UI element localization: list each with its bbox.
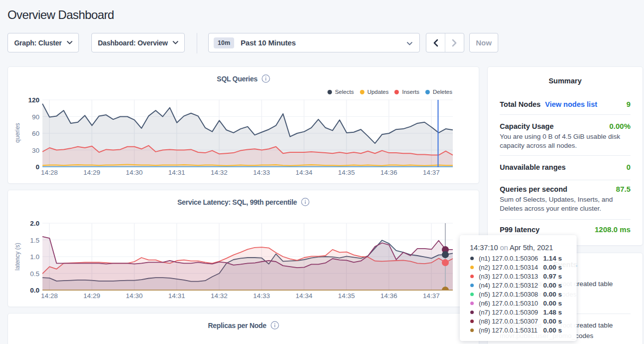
svg-text:90: 90: [32, 113, 39, 121]
svg-text:queries: queries: [14, 123, 21, 142]
svg-text:1.5: 1.5: [30, 237, 39, 244]
svg-text:14:33: 14:33: [253, 292, 270, 300]
svg-text:latency (s): latency (s): [14, 243, 21, 270]
svg-text:14:32: 14:32: [211, 292, 228, 300]
svg-text:14:28: 14:28: [41, 292, 58, 300]
svg-text:14:29: 14:29: [83, 292, 100, 300]
svg-text:1.0: 1.0: [30, 253, 39, 261]
svg-text:14:30: 14:30: [126, 169, 143, 176]
svg-text:14:35: 14:35: [338, 169, 355, 176]
svg-text:14:34: 14:34: [296, 292, 313, 300]
svg-text:0: 0: [35, 163, 39, 171]
svg-text:14:31: 14:31: [168, 169, 185, 176]
svg-text:14:33: 14:33: [253, 169, 270, 176]
svg-text:0.0: 0.0: [30, 287, 39, 294]
svg-text:14:37: 14:37: [423, 292, 440, 300]
svg-text:14:30: 14:30: [126, 292, 143, 300]
svg-text:14:28: 14:28: [41, 169, 58, 176]
svg-text:14:35: 14:35: [338, 292, 355, 300]
svg-text:14:32: 14:32: [211, 169, 228, 176]
svg-text:0.5: 0.5: [30, 270, 39, 278]
svg-text:120: 120: [28, 96, 39, 104]
svg-text:60: 60: [32, 130, 39, 137]
svg-text:14:37: 14:37: [423, 169, 440, 176]
svg-text:30: 30: [32, 147, 39, 154]
svg-text:14:36: 14:36: [380, 292, 397, 300]
svg-text:14:31: 14:31: [168, 292, 185, 300]
svg-text:14:29: 14:29: [83, 169, 100, 176]
svg-text:14:34: 14:34: [296, 169, 313, 176]
svg-text:14:36: 14:36: [380, 169, 397, 176]
svg-text:2.0: 2.0: [30, 220, 39, 227]
